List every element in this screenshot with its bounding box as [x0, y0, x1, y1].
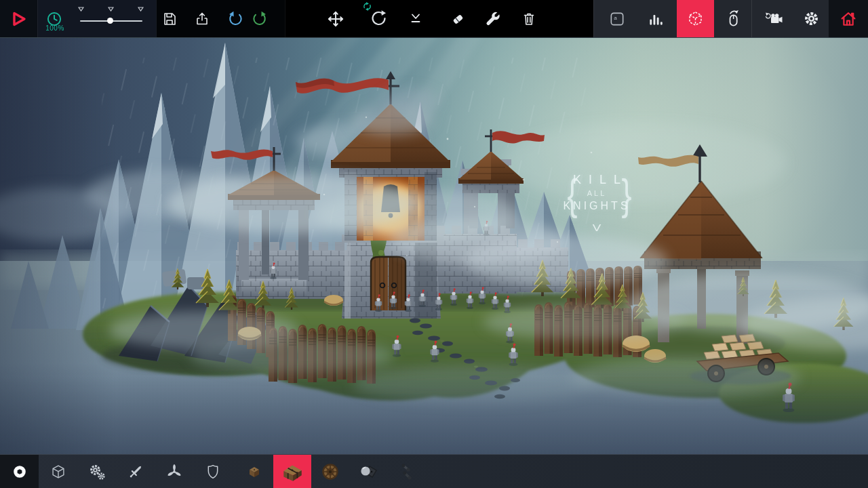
- gears-icon: [87, 462, 106, 481]
- chevron-down-underline-icon: [408, 11, 424, 27]
- eraser-icon: [450, 11, 466, 27]
- gear-icon: [802, 9, 821, 28]
- speed-slider[interactable]: [80, 20, 142, 22]
- mouse-orbit-button[interactable]: [717, 0, 749, 37]
- block-wooden-wheel[interactable]: [311, 455, 349, 488]
- block-brace[interactable]: [387, 455, 425, 488]
- category-basics[interactable]: [0, 455, 39, 488]
- wooden-block-sprite: [279, 459, 305, 485]
- undo-arrow-icon: [226, 10, 244, 28]
- redo-arrow-icon: [251, 10, 269, 28]
- brace-sprite: [394, 460, 418, 484]
- wireframe-cube-icon: [686, 9, 705, 28]
- speed-slider-handle[interactable]: [107, 18, 113, 24]
- block-visibility-button[interactable]: [677, 0, 714, 37]
- block-small-wooden-block[interactable]: [235, 455, 273, 488]
- ball-joint-sprite: [356, 460, 380, 484]
- game-viewport[interactable]: [0, 37, 868, 454]
- play-icon: [8, 9, 28, 29]
- adjust-tool-button[interactable]: [477, 0, 509, 37]
- rotate-tool-button[interactable]: [363, 0, 394, 37]
- category-armour[interactable]: [193, 455, 232, 488]
- wrench-icon: [484, 10, 502, 28]
- machine-stats-button[interactable]: [640, 0, 671, 37]
- rotate-circle-icon: [370, 9, 388, 28]
- category-blocks[interactable]: [39, 455, 77, 488]
- video-camera-icon: [763, 10, 783, 28]
- trash-icon: [521, 11, 537, 27]
- block-wooden-block[interactable]: [273, 455, 311, 488]
- lower-tool-button[interactable]: [400, 0, 431, 37]
- svg-text:a: a: [614, 14, 617, 20]
- viewport-scene: [0, 37, 868, 454]
- save-button[interactable]: [154, 0, 185, 37]
- settings-button[interactable]: [795, 0, 827, 37]
- load-button[interactable]: [186, 0, 218, 37]
- home-icon: [839, 9, 858, 28]
- sword-icon: [126, 462, 145, 481]
- category-flight[interactable]: [155, 455, 193, 488]
- camera-mode-button[interactable]: [757, 0, 789, 37]
- shield-icon: [204, 463, 222, 481]
- block-ball-joint[interactable]: [349, 455, 387, 488]
- speed-value: 100%: [39, 24, 71, 32]
- floppy-icon: [161, 11, 178, 27]
- keymapper-button[interactable]: a: [601, 0, 633, 37]
- redo-button[interactable]: [244, 0, 275, 37]
- cube-icon: [50, 463, 67, 481]
- bottom-toolbar: [0, 454, 868, 488]
- top-toolbar: 100%: [0, 0, 868, 38]
- translate-tool-button[interactable]: [320, 0, 351, 37]
- start-simulation-button[interactable]: [3, 0, 34, 37]
- keycap-icon: a: [608, 10, 626, 28]
- category-mechanics[interactable]: [77, 455, 116, 488]
- propeller-icon: [165, 462, 184, 481]
- nut-icon: [10, 462, 29, 481]
- bar-chart-icon: [647, 10, 665, 28]
- main-menu-button[interactable]: [833, 0, 864, 37]
- delete-tool-button[interactable]: [513, 0, 545, 37]
- small-wooden-block-sprite: [242, 460, 267, 484]
- category-weapons[interactable]: [116, 455, 155, 488]
- erase-tool-button[interactable]: [442, 0, 473, 37]
- wooden-wheel-sprite: [318, 460, 342, 484]
- mouse-rotate-icon: [724, 9, 743, 28]
- import-box-icon: [194, 11, 210, 27]
- move-arrows-icon: [327, 10, 344, 28]
